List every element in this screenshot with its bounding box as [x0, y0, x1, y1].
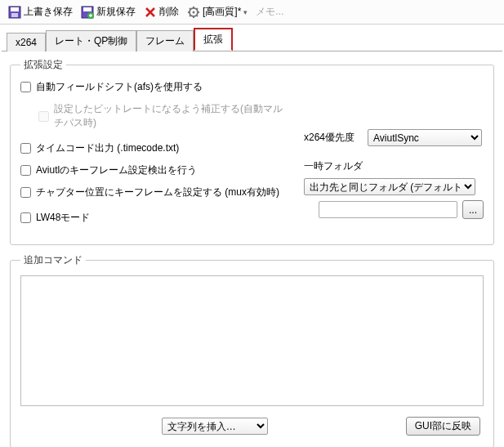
save-new-icon	[81, 6, 94, 19]
tempfolder-path-input[interactable]	[319, 201, 457, 218]
afs-checkbox[interactable]	[20, 82, 31, 92]
toolbar: 上書き保存 新規保存 削除 [高画質]* ▾ メモ...	[0, 0, 504, 25]
extension-settings-group: 拡張設定 自動フィールドシフト(afs)を使用する 設定したビットレートになるよ…	[10, 58, 494, 245]
tab-x264[interactable]: x264	[7, 33, 46, 51]
chapter-keyframe-label: チャプター位置にキーフレームを設定する (mux有効時)	[36, 186, 279, 199]
save-new-label: 新規保存	[96, 5, 136, 19]
tab-panel-extension: 拡張設定 自動フィールドシフト(afs)を使用する 設定したビットレートになるよ…	[2, 51, 502, 447]
svg-rect-2	[11, 13, 18, 17]
chapter-keyframe-checkbox[interactable]	[20, 187, 31, 198]
preset-label: [高画質]*	[203, 5, 241, 19]
delete-icon	[144, 6, 157, 19]
aviutl-keyframe-label: Aviutlのキーフレーム設定検出を行う	[36, 163, 197, 177]
gear-icon	[187, 6, 200, 19]
save-new-button[interactable]: 新規保存	[78, 3, 139, 20]
additional-command-legend: 追加コマンド	[20, 253, 86, 267]
timecode-label: タイムコード出力 (.timecode.txt)	[36, 141, 179, 155]
chevron-down-icon: ▾	[243, 8, 248, 16]
tempfolder-label: 一時フォルダ	[304, 159, 484, 173]
apply-to-gui-button[interactable]: GUI部に反映	[406, 417, 480, 436]
afs-bitrate-correct-checkbox	[38, 111, 49, 122]
save-overwrite-button[interactable]: 上書き保存	[5, 3, 76, 20]
aviutl-keyframe-checkbox[interactable]	[20, 165, 31, 176]
delete-label: 削除	[159, 5, 179, 19]
browse-folder-button[interactable]: ...	[462, 200, 484, 219]
memo-label: メモ...	[256, 5, 283, 19]
delete-button[interactable]: 削除	[140, 3, 182, 20]
save-icon	[8, 6, 21, 19]
preset-button[interactable]: [高画質]* ▾	[184, 3, 251, 20]
tempfolder-select[interactable]: 出力先と同じフォルダ (デフォルト)	[304, 178, 475, 195]
additional-command-group: 追加コマンド 文字列を挿入… GUI部に反映	[10, 253, 494, 447]
lw48-label: LW48モード	[36, 211, 90, 225]
svg-point-7	[193, 11, 195, 13]
afs-bitrate-correct-label: 設定したビットレートになるよう補正する(自動マルチパス時)	[54, 102, 288, 130]
tab-bar: x264 レート・QP制御 フレーム 拡張	[0, 25, 504, 51]
svg-rect-4	[83, 7, 91, 11]
extension-settings-legend: 拡張設定	[20, 58, 66, 72]
svg-rect-1	[11, 7, 19, 11]
lw48-checkbox[interactable]	[20, 212, 31, 223]
additional-command-textarea[interactable]	[20, 275, 484, 406]
priority-select[interactable]: AviutlSync	[368, 129, 482, 146]
memo-button[interactable]: メモ...	[252, 3, 287, 20]
afs-label: 自動フィールドシフト(afs)を使用する	[36, 80, 203, 94]
tab-extension[interactable]: 拡張	[194, 28, 233, 51]
tab-rate-qp[interactable]: レート・QP制御	[46, 30, 136, 51]
insert-string-select[interactable]: 文字列を挿入…	[162, 418, 268, 435]
save-overwrite-label: 上書き保存	[24, 5, 73, 19]
tab-frame[interactable]: フレーム	[136, 30, 194, 51]
timecode-checkbox[interactable]	[20, 143, 31, 154]
priority-label: x264優先度	[304, 131, 361, 145]
